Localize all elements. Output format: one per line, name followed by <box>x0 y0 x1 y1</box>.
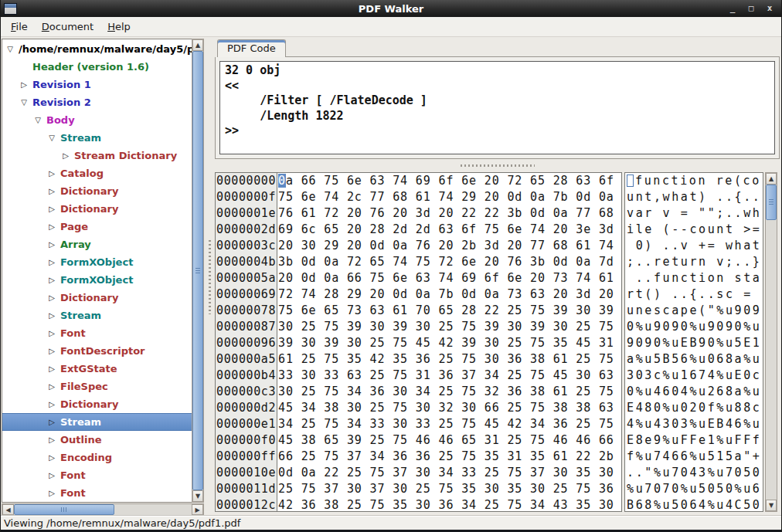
pdf-code-text[interactable]: 32 0 obj << /Filter [ /FlateDecode ] /Le… <box>219 61 775 154</box>
tree-item-extgstate[interactable]: ▷ExtGState <box>2 360 192 378</box>
hex-row-bytes[interactable]: 45 38 65 39 25 75 46 46 65 31 25 75 46 4… <box>277 432 621 449</box>
close-button[interactable]: x <box>764 0 775 17</box>
collapsed-triangle-icon[interactable]: ▷ <box>46 311 57 320</box>
tree-item-font[interactable]: ▷Font <box>2 324 192 342</box>
hex-row-ascii[interactable]: rt() ..{..sc = <box>625 286 763 303</box>
hex-row-ascii[interactable]: f%u7466%u515a"+ <box>625 449 763 465</box>
hex-row-bytes[interactable]: 39 30 39 30 25 75 45 42 39 30 25 75 35 4… <box>277 335 621 351</box>
hex-row-bytes[interactable]: 76 61 72 20 76 20 3d 20 22 22 3b 0d 0a 7… <box>277 205 621 222</box>
collapsed-triangle-icon[interactable]: ▷ <box>46 400 57 408</box>
scroll-right-icon[interactable]: ▶ <box>192 504 203 515</box>
expanded-triangle-icon[interactable]: ▽ <box>32 116 43 124</box>
hex-row-bytes[interactable]: 45 34 38 30 25 75 30 32 30 66 25 75 38 3… <box>277 400 621 416</box>
collapsed-triangle-icon[interactable]: ▷ <box>46 418 57 426</box>
tree-item-array[interactable]: ▷Array <box>2 236 192 253</box>
hex-bytes-column[interactable]: 0a 66 75 6e 63 74 69 6f 6e 20 72 65 28 6… <box>277 173 621 511</box>
tree-item-formxobject[interactable]: ▷FormXObject <box>2 271 192 289</box>
tree-item-catalog[interactable]: ▷Catalog <box>2 164 192 182</box>
tree-item-body[interactable]: ▽Body <box>2 111 192 129</box>
hex-row-bytes[interactable]: 75 6e 65 73 63 61 70 65 28 22 25 75 39 3… <box>277 303 621 319</box>
hex-row-ascii[interactable]: unt,what) ..{.. <box>625 189 763 205</box>
pane-splitter-horizontal[interactable] <box>215 159 780 172</box>
tree-item-formxobject[interactable]: ▷FormXObject <box>2 253 192 271</box>
hex-row-ascii[interactable]: 303c%u1674%uE0c <box>625 368 763 384</box>
collapsed-triangle-icon[interactable]: ▷ <box>46 276 57 284</box>
hex-row-ascii[interactable]: .."%u7043%u7050 <box>625 465 763 481</box>
collapsed-triangle-icon[interactable]: ▷ <box>46 240 57 249</box>
tree-hscroll-track[interactable] <box>114 504 192 515</box>
menu-item-file[interactable]: File <box>4 18 35 36</box>
menu-item-document[interactable]: Document <box>35 18 100 36</box>
hex-row-bytes[interactable]: 25 75 37 30 37 30 25 75 35 30 35 30 25 7… <box>277 481 621 497</box>
tree-item-revision-2[interactable]: ▽Revision 2 <box>2 93 192 111</box>
hex-row-ascii[interactable]: unescape("%u909 <box>625 303 763 319</box>
collapsed-triangle-icon[interactable]: ▷ <box>46 329 57 337</box>
tree-vertical-scrollbar[interactable]: ▲ ▼ <box>192 39 204 503</box>
tree-item-outline[interactable]: ▷Outline <box>2 431 192 449</box>
hex-row-bytes[interactable]: 20 30 29 20 0d 0a 76 20 2b 3d 20 77 68 6… <box>277 238 621 254</box>
tree-horizontal-scrollbar[interactable]: ◀ ▶ <box>2 503 204 516</box>
tree-hscroll-thumb[interactable] <box>14 504 114 515</box>
collapsed-triangle-icon[interactable]: ▷ <box>46 187 57 195</box>
tree-view[interactable]: ▽/home/remnux/malware/day5/pHeader (vers… <box>2 39 192 503</box>
collapsed-triangle-icon[interactable]: ▷ <box>46 258 57 266</box>
expanded-triangle-icon[interactable]: ▽ <box>46 134 57 142</box>
tree-item-stream[interactable]: ▷Stream <box>2 307 192 324</box>
collapsed-triangle-icon[interactable]: ▷ <box>46 364 57 373</box>
hex-row-bytes[interactable]: 61 25 75 35 42 35 36 25 75 30 36 38 61 2… <box>277 351 621 368</box>
hex-row-ascii[interactable]: a%u5B56%u068a%u <box>625 351 763 368</box>
hex-cursor[interactable]: 0 <box>278 174 286 188</box>
collapsed-triangle-icon[interactable]: ▷ <box>46 471 57 479</box>
hex-row-ascii[interactable]: E480%u020f%u88c <box>625 400 763 416</box>
hex-vertical-scrollbar[interactable]: ▲ ▼ <box>765 172 777 512</box>
hex-row-bytes[interactable]: 69 6c 65 20 28 2d 2d 63 6f 75 6e 74 20 3… <box>277 222 621 238</box>
hex-row-ascii[interactable]: var v = "";..wh <box>625 205 763 222</box>
tree-item-dictionary[interactable]: ▷Dictionary <box>2 182 192 200</box>
hex-row-ascii[interactable]: %u7070%u5050%u6 <box>625 481 763 497</box>
hex-row-bytes[interactable]: 0d 0a 22 25 75 37 30 34 33 25 75 37 30 3… <box>277 465 621 481</box>
hex-row-ascii[interactable]: B68%u5064%u4C50 <box>625 497 763 512</box>
hex-row-ascii[interactable]: E8e9%uFFe1%uFFf <box>625 432 763 449</box>
hex-row-ascii[interactable]: 0%u4604%u268a%u <box>625 384 763 400</box>
tree-item-encoding[interactable]: ▷Encoding <box>2 449 192 466</box>
hex-row-ascii[interactable]: 0%u9090%u9090%u <box>625 319 763 335</box>
tree-item-revision-1[interactable]: ▷Revision 1 <box>2 76 192 93</box>
collapsed-triangle-icon[interactable]: ▷ <box>46 347 57 355</box>
hex-row-bytes[interactable]: 20 0d 0a 66 75 6e 63 74 69 6f 6e 20 73 7… <box>277 270 621 286</box>
hex-row-ascii[interactable]: ;..return v;..} <box>625 254 763 270</box>
collapsed-triangle-icon[interactable]: ▷ <box>46 169 57 178</box>
tree-item-page[interactable]: ▷Page <box>2 218 192 236</box>
collapsed-triangle-icon[interactable]: ▷ <box>46 435 57 444</box>
tree-item-header-version-1.6-[interactable]: Header (version 1.6) <box>2 58 192 76</box>
scroll-up-icon[interactable]: ▲ <box>192 39 203 51</box>
tree-item-fontdescriptor[interactable]: ▷FontDescriptor <box>2 342 192 360</box>
hex-row-bytes[interactable]: 66 25 75 37 34 36 36 25 75 35 31 35 61 2… <box>277 449 621 465</box>
tree-item-dictionary[interactable]: ▷Dictionary <box>2 289 192 307</box>
tree-vscroll-thumb[interactable] <box>192 51 203 490</box>
collapsed-triangle-icon[interactable]: ▷ <box>46 489 57 497</box>
collapsed-triangle-icon[interactable]: ▷ <box>46 205 57 213</box>
collapsed-triangle-icon[interactable]: ▷ <box>46 293 57 302</box>
expanded-triangle-icon[interactable]: ▽ <box>5 45 15 53</box>
hex-vscroll-thumb[interactable] <box>766 185 777 220</box>
hex-vscroll-track[interactable] <box>766 220 777 500</box>
scroll-down-icon[interactable]: ▼ <box>766 500 777 511</box>
ascii-cursor[interactable] <box>627 175 634 187</box>
hex-row-ascii[interactable]: 9090%uEB90%u5E1 <box>625 335 763 351</box>
tree-item-stream[interactable]: ▷Stream <box>2 413 192 431</box>
title-bar[interactable]: PDF Walker _ □ x <box>1 0 781 17</box>
tree-item-filespec[interactable]: ▷FileSpec <box>2 378 192 395</box>
hex-row-bytes[interactable]: 33 30 33 63 25 75 31 36 37 34 25 75 45 3… <box>277 368 621 384</box>
tree-item-font[interactable]: ▷Font <box>2 466 192 484</box>
hex-row-ascii[interactable]: ..function sta <box>625 270 763 286</box>
hex-row-ascii[interactable]: function re(co <box>625 173 763 189</box>
maximize-button[interactable]: □ <box>746 0 756 17</box>
hex-bytes-panel[interactable]: 000000000000000f0000001e0000002d0000003c… <box>215 172 622 512</box>
hex-row-bytes[interactable]: 34 25 75 34 33 30 33 25 75 45 42 34 36 2… <box>277 416 621 432</box>
hex-row-ascii[interactable]: ile (--count >= <box>625 222 763 238</box>
menu-item-help[interactable]: Help <box>100 18 138 36</box>
tree-item-font[interactable]: ▷Font <box>2 484 192 502</box>
tree-item--home-remnux-malware-day5-p[interactable]: ▽/home/remnux/malware/day5/p <box>2 40 192 58</box>
hex-row-bytes[interactable]: 42 36 38 25 75 35 30 36 34 25 75 34 43 3… <box>277 497 621 511</box>
expanded-triangle-icon[interactable]: ▽ <box>19 98 29 107</box>
